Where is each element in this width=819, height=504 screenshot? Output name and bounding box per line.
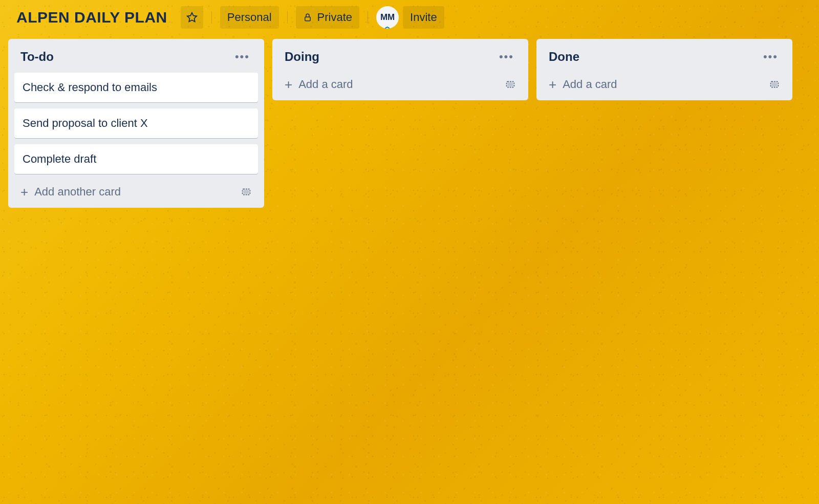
list-title[interactable]: Done <box>549 50 579 64</box>
divider <box>287 11 288 24</box>
invite-label: Invite <box>410 11 437 24</box>
template-icon[interactable] <box>241 186 252 198</box>
visibility-button[interactable]: Private <box>296 6 359 29</box>
add-card-button[interactable]: + Add another card <box>14 180 258 201</box>
add-card-left: + Add another card <box>20 185 121 199</box>
add-card-button[interactable]: + Add a card <box>278 73 522 93</box>
divider <box>211 11 212 24</box>
list-header: To-do ••• <box>14 45 258 73</box>
workspace-label: Personal <box>227 11 272 24</box>
list-todo: To-do ••• Check & respond to emails Send… <box>8 39 264 208</box>
list-header: Done ••• <box>543 45 786 73</box>
star-icon <box>186 12 198 23</box>
list-menu-button[interactable]: ••• <box>233 48 252 65</box>
list-menu-button[interactable]: ••• <box>497 48 516 65</box>
plus-icon: + <box>20 185 28 199</box>
plus-icon: + <box>285 78 292 91</box>
add-card-left: + Add a card <box>285 78 353 91</box>
workspace-button[interactable]: Personal <box>220 6 279 29</box>
list-title[interactable]: To-do <box>20 50 54 64</box>
card[interactable]: Send proposal to client X <box>14 108 258 138</box>
board-header: ALPEN DAILY PLAN Personal Private MM ︽ I… <box>0 0 819 35</box>
lock-icon <box>303 13 312 22</box>
list-header: Doing ••• <box>278 45 522 73</box>
ellipsis-icon: ••• <box>763 50 778 63</box>
ellipsis-icon: ••• <box>235 50 250 63</box>
add-card-label: Add a card <box>298 78 353 91</box>
card[interactable]: Check & respond to emails <box>14 73 258 102</box>
board-title[interactable]: ALPEN DAILY PLAN <box>16 9 167 26</box>
invite-button[interactable]: Invite <box>403 6 444 29</box>
list-done: Done ••• + Add a card <box>536 39 792 100</box>
template-icon[interactable] <box>769 79 780 90</box>
avatar-initials: MM <box>380 12 395 23</box>
svg-marker-0 <box>187 13 197 21</box>
star-button[interactable] <box>181 6 203 29</box>
plus-icon: + <box>549 78 556 91</box>
add-card-label: Add a card <box>563 78 617 91</box>
svg-rect-7 <box>772 83 777 86</box>
avatar[interactable]: MM ︽ <box>376 6 399 29</box>
board-canvas: To-do ••• Check & respond to emails Send… <box>0 35 819 212</box>
ellipsis-icon: ••• <box>499 50 514 63</box>
chevron-up-icon: ︽ <box>385 25 390 28</box>
add-card-left: + Add a card <box>549 78 617 91</box>
card[interactable]: Complete draft <box>14 144 258 174</box>
list-doing: Doing ••• + Add a card <box>272 39 528 100</box>
list-title[interactable]: Doing <box>285 50 319 64</box>
add-card-label: Add another card <box>34 185 121 199</box>
svg-rect-3 <box>244 190 248 193</box>
svg-rect-1 <box>305 17 310 21</box>
visibility-label: Private <box>317 11 352 24</box>
svg-rect-5 <box>508 83 512 86</box>
divider <box>368 11 368 24</box>
add-card-button[interactable]: + Add a card <box>543 73 786 93</box>
template-icon[interactable] <box>505 79 516 90</box>
list-menu-button[interactable]: ••• <box>761 48 780 65</box>
